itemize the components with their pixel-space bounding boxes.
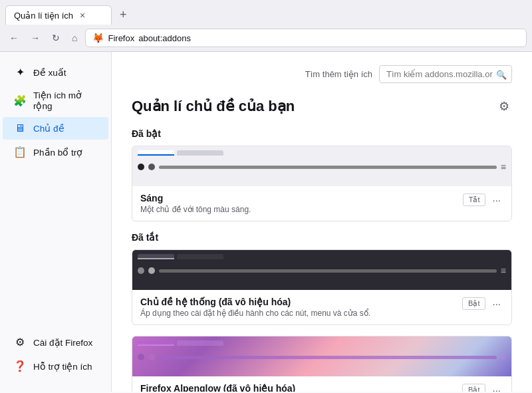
new-tab-button[interactable]: + bbox=[114, 5, 132, 25]
sidebar-item-ho-tro[interactable]: ❓ Hỗ trợ tiện ích bbox=[3, 354, 108, 378]
preview-tabs-alpenglow bbox=[138, 340, 506, 346]
theme-info-alpenglow: Firefox Alpenglow (đã vô hiệu hóa) Sử dụ… bbox=[132, 376, 511, 392]
plugin-icon: 📋 bbox=[13, 146, 27, 158]
preview-dark-active-tab bbox=[138, 254, 174, 259]
theme-name-he-thong: Chủ đề hệ thống (đã vô hiệu hóa) bbox=[140, 297, 370, 307]
theme-badge-he-thong[interactable]: Bật bbox=[462, 297, 485, 310]
preview-dark-inactive-tab bbox=[177, 254, 223, 259]
help-icon: ❓ bbox=[13, 360, 27, 372]
preview-alpenglow-active-tab bbox=[138, 340, 174, 346]
theme-card-alpenglow: ≡ Firefox Alpenglow (đã vô hiệu hóa) Sử … bbox=[132, 336, 512, 392]
theme-text-sang: Sáng Một chủ đề với tông màu sáng. bbox=[140, 193, 251, 214]
preview-active-tab bbox=[138, 150, 174, 156]
sidebar-label-phan-bo-tro: Phần bổ trợ bbox=[33, 147, 82, 158]
theme-name-sang: Sáng bbox=[140, 193, 251, 203]
url-text: about:addons bbox=[138, 33, 191, 43]
preview-dark-dot2 bbox=[148, 267, 155, 274]
search-label: Tìm thêm tiện ích bbox=[305, 69, 372, 79]
sidebar-label-chu-de: Chủ đề bbox=[33, 123, 65, 134]
theme-preview-sang: ≡ bbox=[132, 146, 511, 186]
theme-actions-sang: Tắt ··· bbox=[463, 193, 503, 207]
preview-dot1 bbox=[138, 164, 144, 170]
theme-text-he-thong: Chủ đề hệ thống (đã vô hiệu hóa) Áp dụng… bbox=[140, 297, 370, 318]
theme-actions-he-thong: Bật ··· bbox=[462, 297, 503, 311]
theme-info-sang: Sáng Một chủ đề với tông màu sáng. Tắt ·… bbox=[132, 186, 511, 221]
preview-menu-icon: ≡ bbox=[501, 162, 506, 172]
preview-tabs-sang bbox=[138, 150, 506, 156]
preview-alpenglow-inactive-tab bbox=[177, 340, 223, 346]
extension-icon: 🧩 bbox=[13, 94, 27, 107]
preview-tabs-dark bbox=[138, 254, 506, 259]
preview-alpenglow-dot2 bbox=[148, 354, 155, 360]
sidebar-item-de-xuat[interactable]: ✦ Đề xuất bbox=[3, 61, 108, 84]
sidebar-item-tien-ich-mo-rong[interactable]: 🧩 Tiện ích mở rộng bbox=[3, 84, 108, 116]
preview-inactive-tab bbox=[177, 150, 223, 156]
tab-bar: Quản lí tiện ích × + bbox=[0, 0, 532, 25]
theme-preview-he-thong: ≡ bbox=[132, 250, 511, 290]
sidebar-label-cai-dat: Cài đặt Firefox bbox=[33, 337, 92, 348]
search-input-wrap: 🔍 bbox=[379, 65, 512, 83]
preview-alpenglow-menu-icon: ≡ bbox=[501, 352, 506, 362]
theme-card-he-thong: ≡ Chủ đề hệ thống (đã vô hiệu hóa) Áp dụ… bbox=[132, 249, 512, 325]
sidebar-item-cai-dat[interactable]: ⚙ Cài đặt Firefox bbox=[3, 330, 108, 354]
page-settings-button[interactable]: ⚙ bbox=[496, 96, 512, 116]
sidebar: ✦ Đề xuất 🧩 Tiện ích mở rộng 🖥 Chủ đề 📋 … bbox=[0, 52, 112, 392]
reload-button[interactable]: ↻ bbox=[48, 30, 64, 46]
theme-badge-alpenglow[interactable]: Bật bbox=[462, 384, 485, 392]
preview-dark-menu-icon: ≡ bbox=[501, 265, 506, 276]
enabled-section: Đã bật ≡ Sáng bbox=[132, 128, 512, 221]
theme-preview-alpenglow: ≡ bbox=[132, 336, 511, 376]
firefox-icon: 🦊 bbox=[92, 33, 104, 43]
preview-alpenglow-dot1 bbox=[138, 354, 144, 360]
preview-row-dark: ≡ bbox=[138, 265, 506, 276]
browser-chrome: Quản lí tiện ích × + ← → ↻ ⌂ 🦊 Firefox a… bbox=[0, 0, 532, 52]
tab-title: Quản lí tiện ích bbox=[14, 11, 73, 21]
settings-sidebar-icon: ⚙ bbox=[13, 336, 27, 348]
preview-alpenglow-line bbox=[159, 356, 497, 359]
theme-card-sang: ≡ Sáng Một chủ đề với tông màu sáng. Tắt… bbox=[132, 146, 512, 221]
theme-desc-he-thong: Áp dụng theo cài đặt hệ điều hành cho cá… bbox=[140, 309, 370, 318]
forward-button[interactable]: → bbox=[27, 30, 44, 46]
theme-actions-alpenglow: Bật ··· bbox=[462, 383, 503, 392]
sidebar-bottom: ⚙ Cài đặt Firefox ❓ Hỗ trợ tiện ích bbox=[0, 330, 111, 384]
theme-icon: 🖥 bbox=[13, 122, 27, 134]
preview-line bbox=[159, 166, 497, 169]
theme-info-he-thong: Chủ đề hệ thống (đã vô hiệu hóa) Áp dụng… bbox=[132, 290, 511, 325]
search-row: Tìm thêm tiện ích 🔍 bbox=[132, 65, 512, 83]
url-bar[interactable]: 🦊 Firefox about:addons bbox=[85, 29, 527, 47]
preview-dark-dot1 bbox=[138, 267, 144, 274]
sidebar-top: ✦ Đề xuất 🧩 Tiện ích mở rộng 🖥 Chủ đề 📋 … bbox=[0, 60, 111, 164]
preview-dot2 bbox=[148, 164, 155, 170]
theme-desc-sang: Một chủ đề với tông màu sáng. bbox=[140, 205, 251, 214]
main-content: Tìm thêm tiện ích 🔍 Quản lí chủ đề của b… bbox=[112, 52, 532, 392]
search-icon: 🔍 bbox=[496, 69, 507, 79]
sidebar-item-chu-de[interactable]: 🖥 Chủ đề bbox=[3, 117, 108, 140]
enabled-section-title: Đã bật bbox=[132, 128, 512, 139]
theme-more-sang[interactable]: ··· bbox=[489, 193, 503, 207]
preview-dark-line bbox=[159, 269, 497, 273]
app-layout: ✦ Đề xuất 🧩 Tiện ích mở rộng 🖥 Chủ đề 📋 … bbox=[0, 52, 532, 392]
theme-badge-sang[interactable]: Tắt bbox=[463, 194, 486, 206]
preview-row-sang: ≡ bbox=[138, 162, 506, 172]
recommend-icon: ✦ bbox=[13, 66, 27, 78]
disabled-section: Đã tắt ≡ Chủ đ bbox=[132, 232, 512, 392]
sidebar-label-ho-tro: Hỗ trợ tiện ích bbox=[33, 361, 92, 372]
tab-close-button[interactable]: × bbox=[78, 10, 86, 21]
sidebar-item-phan-bo-tro[interactable]: 📋 Phần bổ trợ bbox=[3, 140, 108, 164]
theme-more-he-thong[interactable]: ··· bbox=[489, 297, 503, 311]
preview-row-alpenglow: ≡ bbox=[138, 352, 506, 362]
disabled-section-title: Đã tắt bbox=[132, 232, 512, 243]
theme-text-alpenglow: Firefox Alpenglow (đã vô hiệu hóa) Sử dụ… bbox=[140, 383, 362, 392]
home-button[interactable]: ⌂ bbox=[68, 30, 81, 46]
back-button[interactable]: ← bbox=[5, 30, 23, 46]
page-title: Quản lí chủ đề của bạn bbox=[132, 98, 295, 115]
page-title-row: Quản lí chủ đề của bạn ⚙ bbox=[132, 96, 512, 116]
active-tab[interactable]: Quản lí tiện ích × bbox=[5, 5, 112, 25]
sidebar-label-de-xuat: Đề xuất bbox=[33, 67, 66, 78]
site-label: Firefox bbox=[108, 33, 134, 43]
nav-bar: ← → ↻ ⌂ 🦊 Firefox about:addons bbox=[0, 25, 532, 51]
theme-more-alpenglow[interactable]: ··· bbox=[489, 383, 503, 392]
sidebar-label-tien-ich: Tiện ích mở rộng bbox=[33, 90, 98, 111]
theme-name-alpenglow: Firefox Alpenglow (đã vô hiệu hóa) bbox=[140, 383, 362, 392]
search-input[interactable] bbox=[379, 65, 512, 83]
